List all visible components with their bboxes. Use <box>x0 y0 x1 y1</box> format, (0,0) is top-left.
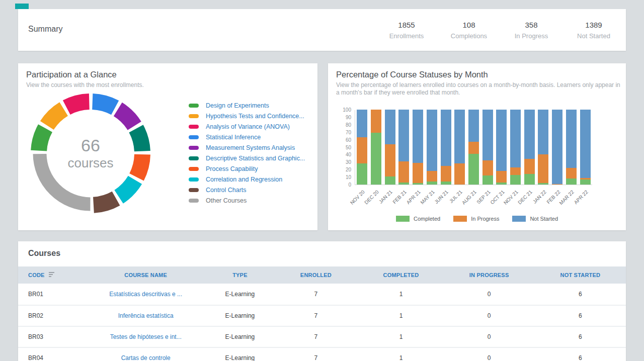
bar-segment-completed <box>441 182 451 185</box>
bar-slot <box>453 110 467 185</box>
course-code: BR01 <box>18 291 85 298</box>
stacked-bar-jul-21 <box>454 110 465 185</box>
donut-legend-item: Correlation and Regression <box>189 174 305 185</box>
x-axis-label: OCT 21 <box>476 189 505 218</box>
summary-stat-in-progress: 358In Progress <box>500 21 562 40</box>
legend-course-link: Other Courses <box>206 197 247 204</box>
stacked-bar-feb-22 <box>552 110 562 185</box>
bar-segment-in-progress <box>454 163 465 185</box>
summary-stat-not-started: 1389Not Started <box>562 21 625 40</box>
legend-course-link[interactable]: Design of Experiments <box>206 102 269 109</box>
column-header-course-name[interactable]: COURSE NAME <box>85 272 207 278</box>
participation-title: Participation at a Glance <box>26 70 117 79</box>
completed-count: 1 <box>358 312 443 319</box>
legend-color-chip <box>189 188 199 192</box>
courses-title: Courses <box>28 249 60 258</box>
stat-label: Enrollments <box>375 32 438 40</box>
bar-slot <box>425 110 439 185</box>
summary-title: Summary <box>28 25 62 34</box>
y-axis-tick: 40 <box>331 152 351 157</box>
legend-color-chip <box>189 199 199 203</box>
bar-slot <box>355 110 369 185</box>
bar-segment-in-progress <box>468 142 479 154</box>
x-axis-label: APR 21 <box>392 189 421 218</box>
course-code: BR02 <box>18 312 85 319</box>
column-header-type[interactable]: TYPE <box>206 272 273 278</box>
bar-segment-completed <box>385 176 395 185</box>
legend-series-label: In Progress <box>471 216 499 222</box>
column-header-in-progress[interactable]: IN PROGRESS <box>444 272 535 278</box>
donut-legend: Design of ExperimentsHypothesis Tests an… <box>189 100 305 206</box>
donut-legend-item: Statistical Inference <box>189 132 305 142</box>
x-axis-label: JAN 22 <box>518 189 547 218</box>
courses-table-header: CODECOURSE NAMETYPEENROLLEDCOMPLETEDIN P… <box>18 266 626 284</box>
legend-course-link[interactable]: Process Capability <box>206 165 258 172</box>
donut-legend-item: Design of Experiments <box>189 100 305 111</box>
stat-value: 358 <box>500 21 562 29</box>
legend-course-link[interactable]: Descriptive Statistics and Graphic... <box>206 155 305 162</box>
stacked-bar-jan-22 <box>538 110 548 185</box>
course-name-link[interactable]: Inferência estatística <box>85 312 207 319</box>
stat-label: In Progress <box>500 32 562 40</box>
bar-slot <box>522 110 536 185</box>
donut-segment <box>94 199 116 205</box>
column-header-not-started[interactable]: NOT STARTED <box>535 272 626 278</box>
y-axis-tick: 70 <box>331 130 351 135</box>
bar-segment-not-started <box>468 110 479 142</box>
column-header-enrolled[interactable]: ENROLLED <box>273 272 358 278</box>
course-name-link[interactable]: Testes de hipóteses e int... <box>85 333 207 340</box>
bar-segment-not-started <box>441 110 451 166</box>
courses-table: CODECOURSE NAMETYPEENROLLEDCOMPLETEDIN P… <box>18 266 626 361</box>
bar-segment-in-progress <box>427 171 437 182</box>
bar-segment-completed <box>357 163 367 185</box>
donut-segment <box>119 180 135 197</box>
stacked-bar-nov-21 <box>510 110 521 185</box>
legend-course-link[interactable]: Correlation and Regression <box>206 176 282 183</box>
summary-stat-enrollments: 1855Enrollments <box>375 21 438 40</box>
bar-segment-in-progress <box>510 167 521 175</box>
bar-segment-not-started <box>427 110 437 171</box>
bar-segment-completed <box>538 183 548 185</box>
course-name-link[interactable]: Cartas de controle <box>85 354 207 361</box>
legend-course-link[interactable]: Measurement Systems Analysis <box>206 144 295 151</box>
legend-series-label: Completed <box>414 216 440 222</box>
column-header-completed[interactable]: COMPLETED <box>358 272 443 278</box>
bar-segment-not-started <box>398 110 409 161</box>
donut-segment <box>118 109 134 126</box>
stat-label: Completions <box>438 32 500 40</box>
legend-course-link[interactable]: Control Charts <box>206 187 247 194</box>
stacked-bar-oct-21 <box>496 110 507 185</box>
donut-legend-item: Hypothesis Tests and Confidence... <box>189 111 305 121</box>
legend-course-link[interactable]: Analysis of Variance (ANOVA) <box>206 123 290 130</box>
legend-course-link[interactable]: Statistical Inference <box>206 134 261 141</box>
bar-slot <box>439 110 453 185</box>
bar-segment-not-started <box>510 110 521 167</box>
donut-legend-item: Process Capability <box>189 163 305 174</box>
legend-color-swatch <box>453 216 467 222</box>
stat-label: Not Started <box>562 32 625 40</box>
bar-slot <box>467 110 481 185</box>
column-header-code[interactable]: CODE <box>18 272 85 278</box>
bar-segment-completed <box>398 183 409 185</box>
bar-segment-completed <box>510 175 521 185</box>
legend-color-chip <box>189 135 199 139</box>
bar-segment-in-progress <box>385 144 395 176</box>
course-code: BR04 <box>18 354 85 361</box>
y-axis-tick: 20 <box>331 167 351 172</box>
table-row: BR04Cartas de controleE-Learning7106 <box>18 347 626 361</box>
sort-icon[interactable] <box>49 272 54 278</box>
bar-segment-in-progress <box>496 171 507 182</box>
donut-segment <box>93 102 115 108</box>
bar-segment-not-started <box>524 110 535 159</box>
stat-value: 108 <box>438 21 500 29</box>
stacked-bar-dec-21 <box>524 110 535 185</box>
legend-course-link[interactable]: Hypothesis Tests and Confidence... <box>206 113 304 120</box>
x-axis-label: FEB 22 <box>532 189 561 218</box>
bar-segment-not-started <box>482 110 493 160</box>
not-started-count: 6 <box>535 312 626 319</box>
x-axis-label: JUN 21 <box>421 189 449 218</box>
bar-segment-completed <box>468 154 479 185</box>
table-row: BR01Estatísticas descritivas e ...E-Lear… <box>18 284 626 305</box>
course-name-link[interactable]: Estatísticas descritivas e ... <box>85 291 207 298</box>
bar-segment-in-progress <box>398 161 409 183</box>
